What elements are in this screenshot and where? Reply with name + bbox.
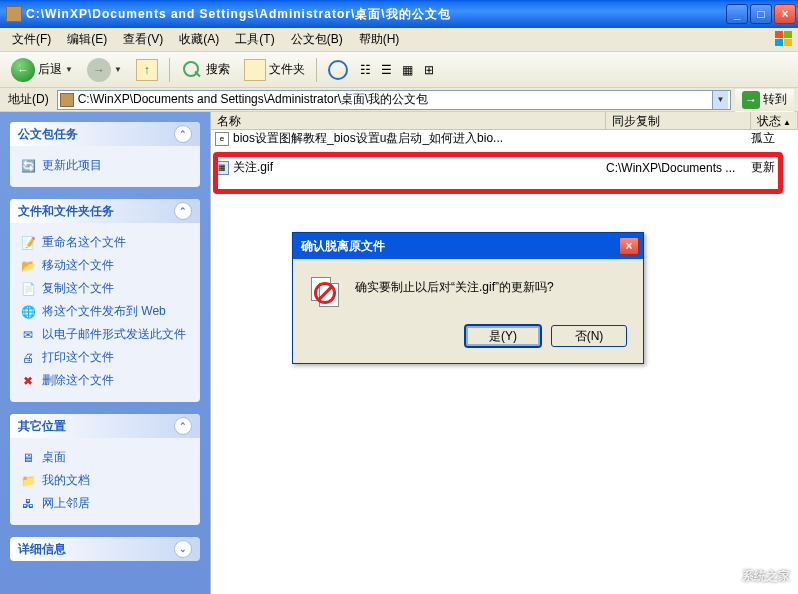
forward-button[interactable]: → ▼	[82, 55, 127, 85]
panel-briefcase-tasks: 公文包任务 ⌃ 🔄 更新此项目	[10, 122, 200, 187]
view-mode-button[interactable]: ☰	[378, 61, 396, 78]
back-icon: ←	[11, 58, 35, 82]
address-input[interactable]: C:\WinXP\Documents and Settings\Administ…	[57, 90, 731, 110]
desktop-icon: 🖥	[20, 450, 36, 466]
task-publish[interactable]: 🌐将这个文件发布到 Web	[18, 300, 192, 323]
col-name[interactable]: 名称	[211, 112, 606, 129]
search-label: 搜索	[206, 61, 230, 78]
panel-title: 公文包任务	[18, 126, 78, 143]
collapse-icon: ⌃	[174, 125, 192, 143]
view-icon-group: ☷ ☰ ▦ ⊞	[357, 61, 438, 78]
menu-favorites[interactable]: 收藏(A)	[171, 28, 227, 51]
up-button[interactable]: ↑	[131, 56, 163, 84]
address-path: C:\WinXP\Documents and Settings\Administ…	[78, 91, 708, 108]
panel-file-tasks: 文件和文件夹任务 ⌃ 📝重命名这个文件 📂移动这个文件 📄复制这个文件 🌐将这个…	[10, 199, 200, 402]
sync-button[interactable]	[323, 57, 353, 83]
collapse-icon: ⌃	[174, 417, 192, 435]
place-mydocs[interactable]: 📁我的文档	[18, 469, 192, 492]
briefcase-icon	[6, 6, 22, 22]
copy-icon: 📄	[20, 281, 36, 297]
window-title: C:\WinXP\Documents and Settings\Administ…	[26, 6, 726, 23]
address-dropdown[interactable]: ▼	[712, 91, 728, 109]
maximize-button[interactable]: □	[750, 4, 772, 24]
html-file-icon: e	[215, 132, 229, 146]
col-status[interactable]: 状态▲	[751, 112, 798, 129]
go-arrow-icon: →	[742, 91, 760, 109]
dropdown-icon: ▼	[114, 65, 122, 74]
panel-header-other[interactable]: 其它位置 ⌃	[10, 414, 200, 438]
task-update-item[interactable]: 🔄 更新此项目	[18, 154, 192, 177]
confirm-dialog: 确认脱离原文件 × 确实要制止以后对“关注.gif”的更新吗? 是(Y) 否(N…	[292, 232, 644, 364]
view-mode-button[interactable]: ☷	[357, 61, 375, 78]
window-titlebar: C:\WinXP\Documents and Settings\Administ…	[0, 0, 798, 28]
minimize-button[interactable]: _	[726, 4, 748, 24]
move-icon: 📂	[20, 258, 36, 274]
panel-header-details[interactable]: 详细信息 ⌄	[10, 537, 200, 561]
panel-other-places: 其它位置 ⌃ 🖥桌面 📁我的文档 🖧网上邻居	[10, 414, 200, 525]
highlight-annotation	[213, 152, 783, 194]
briefcase-icon	[60, 93, 74, 107]
close-button[interactable]: ×	[774, 4, 796, 24]
panel-header-file[interactable]: 文件和文件夹任务 ⌃	[10, 199, 200, 223]
dialog-no-button[interactable]: 否(N)	[551, 325, 627, 347]
address-bar: 地址(D) C:\WinXP\Documents and Settings\Ad…	[0, 88, 798, 112]
search-icon	[181, 59, 203, 81]
go-label: 转到	[763, 91, 787, 108]
view-mode-button[interactable]: ▦	[399, 61, 417, 78]
folders-button[interactable]: 文件夹	[239, 56, 310, 84]
task-email[interactable]: ✉以电子邮件形式发送此文件	[18, 323, 192, 346]
panel-header-briefcase[interactable]: 公文包任务 ⌃	[10, 122, 200, 146]
place-network[interactable]: 🖧网上邻居	[18, 492, 192, 515]
panel-title: 其它位置	[18, 418, 66, 435]
task-copy[interactable]: 📄复制这个文件	[18, 277, 192, 300]
menu-help[interactable]: 帮助(H)	[351, 28, 408, 51]
task-label: 打印这个文件	[42, 349, 114, 366]
task-label: 移动这个文件	[42, 257, 114, 274]
toolbar: ← 后退 ▼ → ▼ ↑ 搜索 文件夹 ☷ ☰ ▦ ⊞	[0, 52, 798, 88]
task-label: 桌面	[42, 449, 66, 466]
svg-rect-2	[775, 39, 783, 46]
collapse-icon: ⌃	[174, 202, 192, 220]
menu-view[interactable]: 查看(V)	[115, 28, 171, 51]
back-button[interactable]: ← 后退 ▼	[6, 55, 78, 85]
menu-edit[interactable]: 编辑(E)	[59, 28, 115, 51]
delete-icon: ✖	[20, 373, 36, 389]
file-row[interactable]: ebios设置图解教程_bios设置u盘启动_如何进入bio... 孤立	[211, 130, 798, 147]
print-icon: 🖨	[20, 350, 36, 366]
svg-rect-0	[775, 31, 783, 38]
place-desktop[interactable]: 🖥桌面	[18, 446, 192, 469]
view-mode-button[interactable]: ⊞	[420, 61, 438, 78]
dialog-titlebar: 确认脱离原文件 ×	[293, 233, 643, 259]
network-icon: 🖧	[20, 496, 36, 512]
windows-flag-icon	[774, 30, 794, 48]
menu-tools[interactable]: 工具(T)	[227, 28, 282, 51]
sync-icon	[328, 60, 348, 80]
documents-icon: 📁	[20, 473, 36, 489]
file-status: 孤立	[751, 130, 794, 147]
dialog-yes-button[interactable]: 是(Y)	[465, 325, 541, 347]
task-delete[interactable]: ✖删除这个文件	[18, 369, 192, 392]
task-label: 以电子邮件形式发送此文件	[42, 326, 186, 343]
task-rename[interactable]: 📝重命名这个文件	[18, 231, 192, 254]
menu-briefcase[interactable]: 公文包(B)	[283, 28, 351, 51]
panel-title: 详细信息	[18, 541, 66, 558]
back-label: 后退	[38, 61, 62, 78]
menu-bar: 文件(F) 编辑(E) 查看(V) 收藏(A) 工具(T) 公文包(B) 帮助(…	[0, 28, 798, 52]
rename-icon: 📝	[20, 235, 36, 251]
menu-file[interactable]: 文件(F)	[4, 28, 59, 51]
task-print[interactable]: 🖨打印这个文件	[18, 346, 192, 369]
task-label: 网上邻居	[42, 495, 90, 512]
panel-details: 详细信息 ⌄	[10, 537, 200, 561]
search-button[interactable]: 搜索	[176, 56, 235, 84]
separator	[316, 58, 317, 82]
window-controls: _ □ ×	[726, 4, 796, 24]
task-label: 复制这个文件	[42, 280, 114, 297]
forward-icon: →	[87, 58, 111, 82]
task-label: 我的文档	[42, 472, 90, 489]
dialog-close-button[interactable]: ×	[619, 237, 639, 255]
col-sync[interactable]: 同步复制	[606, 112, 751, 129]
email-icon: ✉	[20, 327, 36, 343]
task-move[interactable]: 📂移动这个文件	[18, 254, 192, 277]
task-label: 将这个文件发布到 Web	[42, 303, 166, 320]
go-button[interactable]: → 转到	[735, 88, 794, 112]
